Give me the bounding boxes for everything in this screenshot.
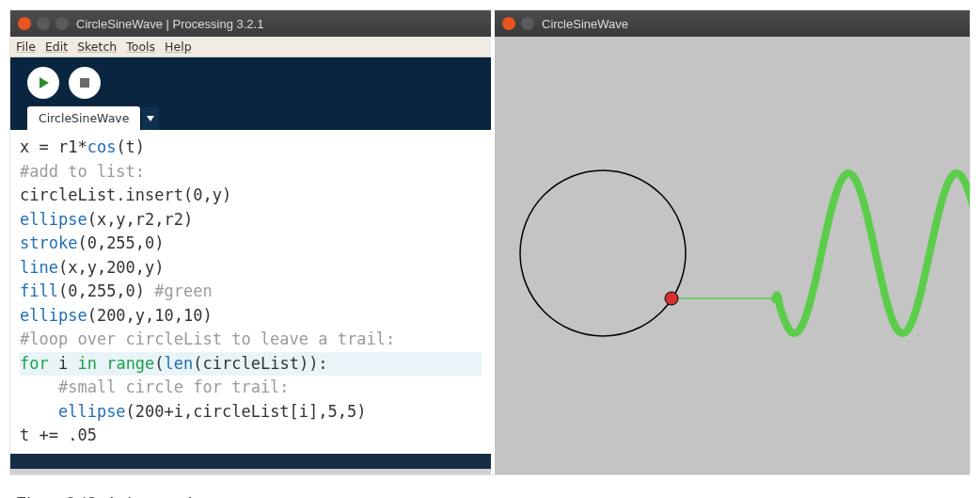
close-icon[interactable] bbox=[502, 17, 515, 30]
stop-button[interactable] bbox=[69, 67, 101, 99]
svg-rect-1 bbox=[80, 78, 89, 88]
minimize-icon[interactable] bbox=[37, 17, 50, 30]
svg-point-3 bbox=[520, 170, 686, 336]
menu-sketch[interactable]: Sketch bbox=[77, 40, 117, 54]
svg-marker-2 bbox=[147, 116, 154, 121]
tab-dropdown[interactable] bbox=[142, 107, 159, 130]
ide-window: CircleSineWave | Processing 3.2.1 File E… bbox=[10, 10, 491, 474]
window-controls bbox=[502, 17, 534, 30]
sketch-canvas bbox=[495, 37, 970, 474]
sketch-tab[interactable]: CircleSineWave bbox=[27, 106, 140, 130]
toolbar: CircleSineWave bbox=[10, 57, 491, 130]
svg-point-6 bbox=[665, 292, 678, 305]
ide-titlebar: CircleSineWave | Processing 3.2.1 bbox=[10, 10, 491, 37]
ide-title: CircleSineWave | Processing 3.2.1 bbox=[76, 17, 263, 31]
svg-marker-0 bbox=[40, 77, 49, 88]
menu-file[interactable]: File bbox=[16, 40, 36, 54]
maximize-icon[interactable] bbox=[55, 17, 69, 30]
figure-container: CircleSineWave | Processing 3.2.1 File E… bbox=[9, 9, 971, 475]
output-title: CircleSineWave bbox=[542, 17, 628, 31]
window-controls bbox=[18, 17, 69, 30]
menu-bar: File Edit Sketch Tools Help bbox=[10, 37, 491, 57]
output-titlebar: CircleSineWave bbox=[495, 10, 970, 37]
chevron-down-icon bbox=[147, 116, 154, 121]
figure-caption: Figure 6-13: A sine wave! bbox=[9, 475, 971, 499]
menu-tools[interactable]: Tools bbox=[126, 40, 155, 54]
output-window: CircleSineWave bbox=[495, 10, 970, 474]
run-button[interactable] bbox=[27, 67, 59, 99]
svg-point-5 bbox=[771, 293, 782, 304]
code-editor[interactable]: x = r1*cos(t)#add to list:circleList.ins… bbox=[10, 130, 491, 454]
menu-help[interactable]: Help bbox=[165, 40, 192, 54]
stop-icon bbox=[78, 76, 91, 89]
menu-edit[interactable]: Edit bbox=[45, 40, 68, 54]
close-icon[interactable] bbox=[18, 17, 31, 30]
play-icon bbox=[37, 76, 50, 89]
minimize-icon[interactable] bbox=[521, 17, 534, 30]
status-bar bbox=[10, 454, 491, 474]
